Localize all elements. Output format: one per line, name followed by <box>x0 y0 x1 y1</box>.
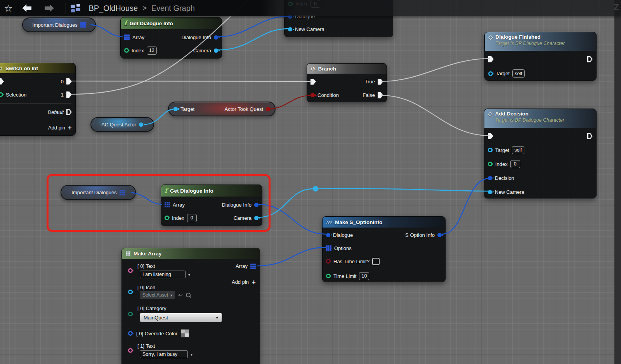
dialogue-pin[interactable] <box>326 233 330 237</box>
icon-0-asset-picker[interactable]: Select Asset ▾ <box>140 291 175 299</box>
node-title: Make S_OptionInfo <box>335 219 382 225</box>
options-array-pin[interactable] <box>326 245 331 251</box>
target-value[interactable]: self <box>512 69 524 78</box>
override-color-0-swatch[interactable] <box>181 329 189 338</box>
pin-label: Index <box>132 48 144 53</box>
text-1-dropdown-icon[interactable]: ▾ <box>191 352 193 357</box>
index-pin[interactable] <box>124 48 129 53</box>
text-0-dropdown-icon[interactable]: ▾ <box>188 273 190 277</box>
pin-label: Selection <box>6 92 26 98</box>
category-0-dropdown[interactable]: MainQuest ▾ <box>140 313 222 322</box>
wire-dialogue-info-to-dialogue <box>217 16 289 37</box>
node-dialogue-finished[interactable]: ◇ Dialogue Finished Target is BP Dialogu… <box>484 32 597 81</box>
event-dispatcher-icon: ◇ <box>488 111 493 117</box>
forward-button[interactable] <box>45 4 54 12</box>
index-value[interactable]: 0 <box>510 160 520 168</box>
variable-node-important-dialogues-top[interactable]: Important Dialogues <box>22 17 96 32</box>
node-title: Actor Took Quest <box>225 106 263 112</box>
selection-pin[interactable] <box>0 92 3 97</box>
use-selected-asset-icon[interactable]: ↩ <box>178 292 183 298</box>
exec-in-pin[interactable] <box>0 78 4 85</box>
event-dispatcher-icon: ◇ <box>488 34 493 40</box>
index-value[interactable]: 12 <box>147 47 157 55</box>
node-switch-on-int[interactable]: ⇄ Switch on Int 0 Selection 1 Default Ad… <box>0 63 76 136</box>
camera-pin[interactable] <box>214 48 218 53</box>
node-add-decision[interactable]: ◇ Add Decision Target is BP Dialogue Cha… <box>484 109 597 198</box>
switch-icon: ⇄ <box>0 66 3 71</box>
actor-output-pin[interactable] <box>139 122 143 127</box>
exec-out-pin[interactable] <box>587 133 593 139</box>
pin-label: Options <box>334 245 352 251</box>
add-pin-button[interactable]: + <box>252 279 256 285</box>
node-make-s-optioninfo[interactable]: ⋙ Make S_OptionInfo Dialogue S Option In… <box>322 216 446 282</box>
default-exec-pin[interactable] <box>66 109 72 115</box>
dialogue-info-pin[interactable] <box>214 35 218 40</box>
time-limit-value[interactable]: 10 <box>359 272 369 280</box>
s-option-info-pin[interactable] <box>437 233 442 237</box>
decision-pin[interactable] <box>488 176 492 180</box>
text-0-input[interactable]: I am listening <box>140 271 186 278</box>
category-0-pin[interactable] <box>128 312 133 316</box>
variable-label: Important Dialogues <box>32 22 77 28</box>
false-exec-pin[interactable] <box>378 92 383 98</box>
node-make-array[interactable]: Make Array [ 0] Text I am listening ▾ Ar… <box>121 248 260 364</box>
add-pin-button[interactable]: + <box>68 124 72 131</box>
text-1-input[interactable]: Sorry, I am busy <box>140 350 188 358</box>
target-pin[interactable] <box>488 71 493 76</box>
breadcrumb-graph[interactable]: Event Graph <box>151 4 195 13</box>
text-1-pin[interactable] <box>128 348 133 353</box>
favorite-star-icon[interactable]: ☆ <box>4 3 12 13</box>
text-0-pin[interactable] <box>128 268 133 273</box>
browse-asset-icon[interactable] <box>186 293 191 297</box>
breadcrumb-asset[interactable]: BP_OldHouse <box>88 4 138 13</box>
exec-in-pin[interactable] <box>488 133 493 139</box>
node-header: ◇ Add Decision Target is BP Dialogue Cha… <box>484 109 596 128</box>
variable-node-ac-quest-actor[interactable]: AC Quest Actor <box>90 117 154 132</box>
array-output-pin[interactable] <box>80 22 86 28</box>
new-camera-pin[interactable] <box>288 27 292 31</box>
pin-label: [ 0] Override Color <box>136 331 177 336</box>
back-button[interactable] <box>22 4 31 12</box>
node-title: Dialogue Finished <box>496 34 565 40</box>
node-header: ⋙ Make S_OptionInfo <box>323 217 445 228</box>
target-pin[interactable] <box>488 148 493 152</box>
case-1-exec-pin[interactable] <box>66 91 72 98</box>
condition-pin[interactable] <box>310 93 315 97</box>
exec-in-pin[interactable] <box>310 79 316 85</box>
exec-out-pin[interactable] <box>587 56 593 62</box>
node-actor-took-quest[interactable]: Target Actor Took Quest <box>168 102 276 116</box>
override-color-0-pin[interactable] <box>128 331 133 336</box>
pin-label: New Camera <box>295 26 324 32</box>
true-exec-pin[interactable] <box>378 79 383 85</box>
pin-label: Default <box>48 109 64 115</box>
return-value-pin[interactable] <box>266 107 270 111</box>
node-header: f Get Dialogue Info <box>121 17 222 29</box>
wire-false-to-add-decision <box>381 95 490 136</box>
icon-0-pin[interactable] <box>128 290 133 294</box>
toolbar-separator <box>18 3 18 14</box>
blueprint-event-graph: Z Index 0 Dialogue New Camera Important … <box>0 0 621 364</box>
target-value[interactable]: self <box>512 146 524 154</box>
graph-toolbar: ☆ BP_OldHouse > Event Graph <box>0 0 621 16</box>
has-time-limit-pin[interactable] <box>326 259 331 264</box>
wire-true-to-dialogue-finished <box>381 59 490 81</box>
node-header: Make Array <box>122 248 260 259</box>
case-0-exec-pin[interactable] <box>66 78 72 85</box>
new-camera-pin[interactable] <box>488 190 492 194</box>
dropdown-selected-value: MainQuest <box>144 315 168 321</box>
target-pin[interactable] <box>173 107 178 111</box>
pin-label: Decision <box>495 175 514 181</box>
index-pin[interactable] <box>488 162 493 166</box>
node-branch[interactable]: ↺ Branch True Condition False <box>307 63 387 102</box>
blueprint-icon <box>70 3 82 13</box>
array-output-pin[interactable] <box>250 264 256 269</box>
array-pin[interactable] <box>124 35 130 40</box>
time-limit-pin[interactable] <box>326 274 331 278</box>
node-subtitle: Target is BP Dialogue Character <box>495 117 564 123</box>
function-icon: f <box>124 20 127 26</box>
has-time-limit-checkbox[interactable] <box>372 258 380 265</box>
wire-s-option-info-to-decision <box>442 178 490 234</box>
node-get-dialogue-info-top[interactable]: f Get Dialogue Info Array Dialogue Info … <box>120 17 222 59</box>
exec-in-pin[interactable] <box>488 56 494 62</box>
reroute-node[interactable] <box>313 186 318 191</box>
